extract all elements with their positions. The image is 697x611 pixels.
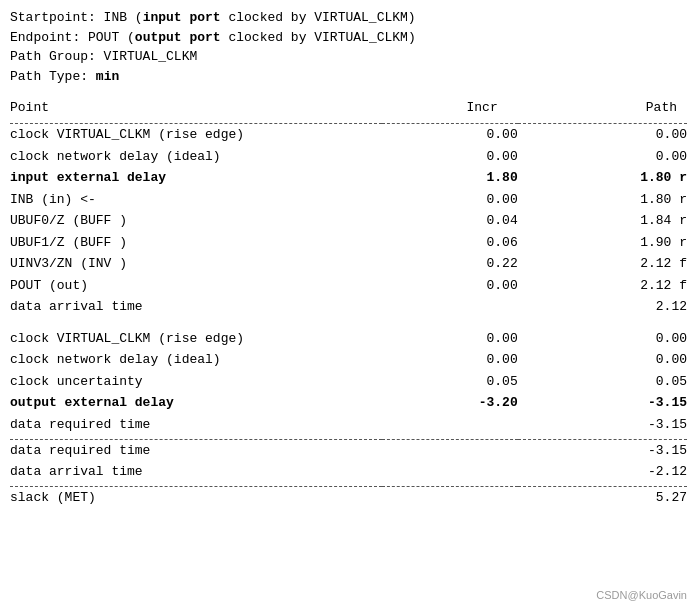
cell-incr [382, 296, 517, 318]
cell-incr: 0.00 [382, 124, 517, 146]
cell-path: 1.84 r [518, 210, 687, 232]
header-section: Startpoint: INB (input port clocked by V… [10, 8, 687, 86]
header-pathtype-bold: min [96, 69, 119, 84]
cell-path: 5.27 [518, 487, 687, 509]
cell-path: 0.05 [518, 371, 687, 393]
table-row: clock network delay (ideal)0.000.00 [10, 146, 687, 168]
table-row: UBUF0/Z (BUFF )0.041.84 r [10, 210, 687, 232]
col-header-path: Path [518, 98, 687, 120]
header-endpoint-post: clocked by VIRTUAL_CLKM) [221, 30, 416, 45]
cell-incr: 0.00 [382, 328, 517, 350]
table-row: INB (in) <-0.001.80 r [10, 189, 687, 211]
table-header-row: Point Incr Path [10, 98, 687, 120]
table-row: slack (MET)5.27 [10, 487, 687, 509]
cell-point: clock VIRTUAL_CLKM (rise edge) [10, 328, 382, 350]
table-row: UINV3/ZN (INV )0.222.12 f [10, 253, 687, 275]
cell-incr [382, 414, 517, 436]
cell-path: -3.15 [518, 392, 687, 414]
cell-point: data arrival time [10, 461, 382, 483]
table-row: clock VIRTUAL_CLKM (rise edge)0.000.00 [10, 124, 687, 146]
cell-incr: 0.06 [382, 232, 517, 254]
cell-incr: -3.20 [382, 392, 517, 414]
table-row: data required time-3.15 [10, 439, 687, 461]
table-row: clock network delay (ideal)0.000.00 [10, 349, 687, 371]
spacer-row [10, 318, 687, 328]
header-startpoint-post: clocked by VIRTUAL_CLKM) [221, 10, 416, 25]
col-header-incr: Incr [382, 98, 517, 120]
cell-point: POUT (out) [10, 275, 382, 297]
cell-incr: 0.04 [382, 210, 517, 232]
cell-point: data arrival time [10, 296, 382, 318]
cell-point: slack (MET) [10, 487, 382, 509]
cell-path: 1.80 r [518, 167, 687, 189]
cell-path: 1.80 r [518, 189, 687, 211]
table-row: data arrival time2.12 [10, 296, 687, 318]
cell-path: 0.00 [518, 146, 687, 168]
cell-incr: 0.00 [382, 189, 517, 211]
cell-point: data required time [10, 414, 382, 436]
cell-point: INB (in) <- [10, 189, 382, 211]
cell-point: clock VIRTUAL_CLKM (rise edge) [10, 124, 382, 146]
cell-path: 2.12 f [518, 275, 687, 297]
cell-point: input external delay [10, 167, 382, 189]
cell-incr [382, 461, 517, 483]
cell-path: -3.15 [518, 414, 687, 436]
cell-incr: 0.22 [382, 253, 517, 275]
cell-path: -3.15 [518, 439, 687, 461]
cell-path: 0.00 [518, 328, 687, 350]
cell-path: 1.90 r [518, 232, 687, 254]
cell-point: output external delay [10, 392, 382, 414]
cell-incr: 0.00 [382, 349, 517, 371]
table-row: POUT (out)0.002.12 f [10, 275, 687, 297]
cell-incr: 0.00 [382, 146, 517, 168]
cell-point: clock network delay (ideal) [10, 146, 382, 168]
timing-table: Point Incr Path clock VIRTUAL_CLKM (rise… [10, 98, 687, 509]
header-endpoint-bold: output port [135, 30, 221, 45]
header-line-4: Path Type: min [10, 67, 687, 87]
table-row: UBUF1/Z (BUFF )0.061.90 r [10, 232, 687, 254]
table-row: data required time-3.15 [10, 414, 687, 436]
cell-point: clock network delay (ideal) [10, 349, 382, 371]
header-endpoint-pre: Endpoint: POUT ( [10, 30, 135, 45]
cell-path: 2.12 [518, 296, 687, 318]
header-line-1: Startpoint: INB (input port clocked by V… [10, 8, 687, 28]
cell-path: -2.12 [518, 461, 687, 483]
cell-incr: 0.05 [382, 371, 517, 393]
header-line-3: Path Group: VIRTUAL_CLKM [10, 47, 687, 67]
header-startpoint-bold: input port [143, 10, 221, 25]
cell-point: UINV3/ZN (INV ) [10, 253, 382, 275]
cell-path: 0.00 [518, 349, 687, 371]
table-row: input external delay1.801.80 r [10, 167, 687, 189]
cell-path: 2.12 f [518, 253, 687, 275]
cell-incr: 0.00 [382, 275, 517, 297]
table-row: clock VIRTUAL_CLKM (rise edge)0.000.00 [10, 328, 687, 350]
table-row: clock uncertainty0.050.05 [10, 371, 687, 393]
table-row: output external delay-3.20-3.15 [10, 392, 687, 414]
cell-incr [382, 439, 517, 461]
cell-incr [382, 487, 517, 509]
cell-point: UBUF0/Z (BUFF ) [10, 210, 382, 232]
watermark: CSDN@KuoGavin [596, 589, 687, 601]
cell-point: UBUF1/Z (BUFF ) [10, 232, 382, 254]
cell-point: data required time [10, 439, 382, 461]
cell-point: clock uncertainty [10, 371, 382, 393]
header-line-2: Endpoint: POUT (output port clocked by V… [10, 28, 687, 48]
col-header-point: Point [10, 98, 382, 120]
cell-incr: 1.80 [382, 167, 517, 189]
header-startpoint-pre: Startpoint: INB ( [10, 10, 143, 25]
table-row: data arrival time-2.12 [10, 461, 687, 483]
header-pathtype-pre: Path Type: [10, 69, 96, 84]
cell-path: 0.00 [518, 124, 687, 146]
